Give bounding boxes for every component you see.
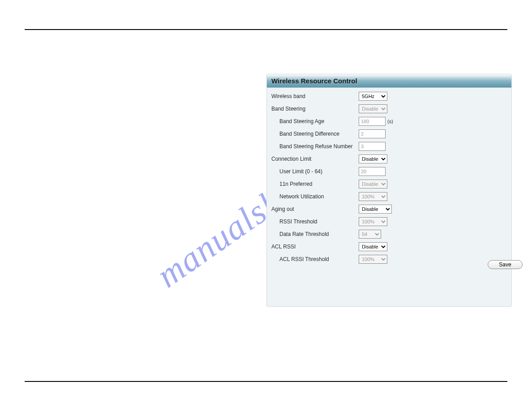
row-acl-rssi: ACL RSSI Disable xyxy=(271,242,507,252)
panel-body: Wireless band 5GHz Band Steering Disable… xyxy=(267,88,511,270)
select-aging-out[interactable]: Disable xyxy=(359,205,392,214)
save-button[interactable]: Save xyxy=(488,260,523,269)
select-band-steering[interactable]: Disable xyxy=(359,104,387,113)
label-acl-rssi: ACL RSSI xyxy=(271,244,359,250)
label-band-steering-age: Band Steering Age xyxy=(271,118,359,124)
input-band-steering-age[interactable] xyxy=(359,117,386,126)
wireless-resource-control-panel: Wireless Resource Control Wireless band … xyxy=(266,74,512,307)
select-acl-rssi-threshold[interactable]: 100% xyxy=(359,255,387,264)
label-11n-preferred: 11n Preferred xyxy=(271,181,359,187)
label-wireless-band: Wireless band xyxy=(271,93,359,99)
row-band-steering: Band Steering Disable xyxy=(271,104,507,114)
row-11n-preferred: 11n Preferred Disable xyxy=(271,179,507,189)
label-aging-out: Aging out xyxy=(271,206,359,212)
input-band-steering-difference[interactable] xyxy=(359,129,386,138)
row-acl-rssi-threshold: ACL RSSI Threshold 100% xyxy=(271,254,507,264)
row-connection-limit: Connection Limit Disable xyxy=(271,154,507,164)
select-acl-rssi[interactable]: Disable xyxy=(359,242,387,251)
input-band-steering-refuse[interactable] xyxy=(359,142,386,151)
select-data-rate-threshold[interactable]: 54 xyxy=(359,230,381,239)
select-connection-limit[interactable]: Disable xyxy=(359,154,387,163)
label-connection-limit: Connection Limit xyxy=(271,156,359,162)
select-rssi-threshold[interactable]: 100% xyxy=(359,217,387,226)
row-band-steering-age: Band Steering Age (s) xyxy=(271,116,507,126)
row-data-rate-threshold: Data Rate Threshold 54 xyxy=(271,229,507,239)
row-network-utilization: Network Utilization 100% xyxy=(271,192,507,201)
row-wireless-band: Wireless band 5GHz xyxy=(271,91,507,101)
row-aging-out: Aging out Disable xyxy=(271,204,507,214)
label-band-steering: Band Steering xyxy=(271,106,359,112)
label-rssi-threshold: RSSI Threshold xyxy=(271,218,359,225)
label-band-steering-difference: Band Steering Difference xyxy=(271,131,359,137)
label-band-steering-refuse: Band Steering Refuse Number xyxy=(271,143,359,150)
row-band-steering-refuse: Band Steering Refuse Number xyxy=(271,141,507,151)
label-network-utilization: Network Utilization xyxy=(271,193,359,200)
row-rssi-threshold: RSSI Threshold 100% xyxy=(271,217,507,227)
top-divider xyxy=(25,29,507,30)
select-11n-preferred[interactable]: Disable xyxy=(359,180,387,188)
row-band-steering-difference: Band Steering Difference xyxy=(271,129,507,139)
label-user-limit: User Limit (0 - 64) xyxy=(271,168,359,175)
bottom-divider xyxy=(25,381,507,382)
unit-band-steering-age: (s) xyxy=(387,119,393,124)
label-acl-rssi-threshold: ACL RSSI Threshold xyxy=(271,256,359,262)
select-network-utilization[interactable]: 100% xyxy=(359,192,387,201)
panel-title: Wireless Resource Control xyxy=(267,74,511,88)
input-user-limit[interactable] xyxy=(359,167,386,176)
select-wireless-band[interactable]: 5GHz xyxy=(359,92,387,101)
label-data-rate-threshold: Data Rate Threshold xyxy=(271,231,359,237)
row-user-limit: User Limit (0 - 64) xyxy=(271,167,507,176)
